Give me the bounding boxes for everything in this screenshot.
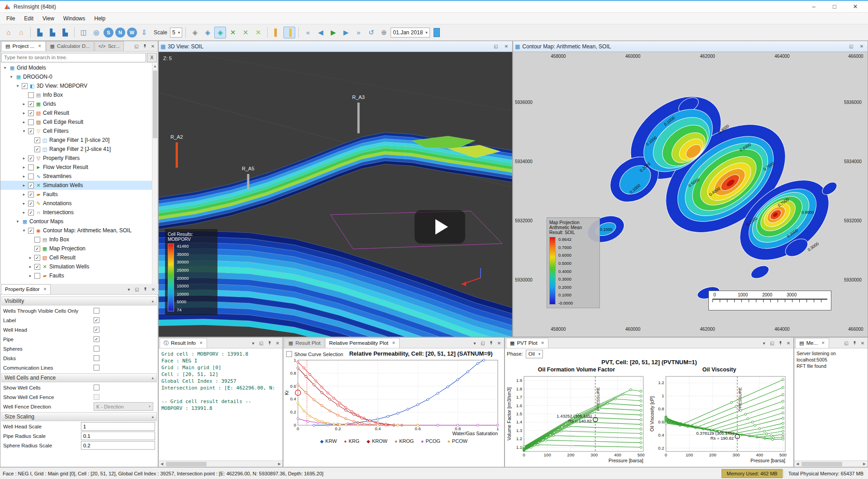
scroll-left-icon[interactable]: ◀ [794,462,801,466]
tree-item-cell-result[interactable]: ▸✓▧Cell Result [0,253,152,262]
close-tab-icon[interactable]: ✕ [821,341,825,345]
search-input[interactable] [1,53,146,62]
tree-item-contour-maps[interactable]: ▾▦Contour Maps [0,217,152,226]
expand-icon[interactable]: ▸ [21,210,27,215]
view-west-icon[interactable]: W [127,28,137,38]
show-curve-selection[interactable]: Show Curve Selection [286,351,343,357]
tab-property-editor[interactable]: Property Editor✕ [1,284,51,294]
pin-panel-icon[interactable] [141,42,149,50]
anim-play-icon[interactable]: ▶ [327,27,339,38]
collapse-icon[interactable]: ▴ [151,299,154,303]
tab-me[interactable]: ▤Me...✕ [795,338,829,348]
timestep-select[interactable]: 01.Jan 2018▾ [391,28,430,38]
expand-icon[interactable]: ▸ [21,165,27,169]
checkbox-pipe[interactable]: ✓ [94,336,99,342]
float-panel-icon[interactable]: ◱ [133,286,141,293]
anim-last-icon[interactable]: » [353,27,364,38]
zoom-all-icon[interactable]: ◎ [90,27,102,38]
close-panel-icon[interactable]: ✕ [149,286,157,293]
tree-item-faults[interactable]: ▸▰Faults [0,271,152,280]
close-tab-icon[interactable]: ✕ [38,44,42,48]
checkbox-disks[interactable] [94,355,99,361]
show-curve-checkbox[interactable] [286,351,292,357]
menu-help[interactable]: Help [90,14,110,23]
flow-diagnostics-icon[interactable]: ✕ [227,27,239,38]
scroll-left-icon[interactable]: ◀ [159,462,165,466]
tree-checkbox[interactable] [28,92,34,98]
tree-item-info-box[interactable]: ▤Info Box [0,235,152,244]
tree-checkbox[interactable]: ✓ [28,128,34,134]
panel-menu-icon[interactable]: ▾ [760,339,768,347]
scroll-thumb[interactable] [153,70,157,138]
expand-icon[interactable]: ▸ [21,111,27,115]
snapshot-settings-icon[interactable]: ⊕ [378,27,390,38]
contour-header[interactable]: ▦ Contour Map: Arithmetic Mean, SOIL ◱ ✕ [513,41,868,52]
tree-item-property-filters[interactable]: ▸✓▽Property Filters [0,154,152,163]
legend-krg[interactable]: ●KRG [344,438,359,444]
expand-icon[interactable]: ▾ [21,228,27,233]
tree-item-cell-edge-result[interactable]: ▸▨Cell Edge Result [0,117,152,127]
tree-item-drogon-0[interactable]: ▾▦DROGON-0 [0,72,152,81]
legend-pcow[interactable]: ●PCOW [448,438,467,444]
tree-checkbox[interactable]: ✓ [22,83,28,89]
tree-item-3d-view-mobporv[interactable]: ▾✓◧3D View: MOBPORV [0,81,152,90]
checkbox-wells-through-visible-cells-only[interactable] [94,308,99,314]
input-well-head-scale[interactable] [81,422,155,431]
legend-pcog[interactable]: ●PCOG [421,438,440,444]
tree-checkbox[interactable]: ✓ [28,110,34,116]
tree-checkbox[interactable]: ✓ [34,146,40,152]
collapse-icon[interactable]: ▴ [151,414,154,419]
close-panel-icon[interactable]: ✕ [784,339,793,347]
draw-style-surface-icon[interactable]: ▐ [283,27,295,38]
tree-checkbox[interactable]: ✓ [34,264,40,270]
tree-checkbox[interactable] [28,174,34,179]
tree-checkbox[interactable]: ✓ [28,210,34,216]
anim-first-icon[interactable]: « [302,27,314,38]
tree-scrollbar[interactable]: ▲ [152,63,158,284]
tree-checkbox[interactable]: ✓ [34,255,40,261]
close-panel-icon[interactable]: ✕ [858,43,866,50]
expand-icon[interactable]: ▸ [21,201,27,206]
tree-checkbox[interactable]: ✓ [34,137,40,143]
menu-windows[interactable]: Windows [59,14,90,23]
tree-checkbox[interactable]: ✓ [28,201,34,207]
menu-view[interactable]: View [38,14,59,23]
expand-icon[interactable]: ▾ [21,129,27,133]
contour-map-view[interactable]: 4580004580004600004600004620004620004640… [513,52,868,337]
pin-panel-icon[interactable] [487,339,495,347]
close-tab-icon[interactable]: ✕ [43,287,47,291]
pin-panel-icon[interactable] [850,339,859,347]
close-panel-icon[interactable]: ✕ [859,339,867,347]
draw-style-lines-icon[interactable]: ▌ [271,27,283,38]
tree-checkbox[interactable] [34,273,40,279]
tree-item-range-filter-2-j-slice-41[interactable]: ✓◫Range Filter 2 [J-slice 41] [0,145,152,154]
tree-item-simulation-wells[interactable]: ▸✓✕Simulation Wells [0,181,152,190]
scale-select[interactable]: 5▾ [170,28,182,38]
float-panel-icon[interactable]: ◱ [842,339,850,347]
expand-icon[interactable]: ▸ [28,255,33,260]
tree-item-grids[interactable]: ▸✓▦Grids [0,99,152,108]
checkbox-spheres[interactable] [94,346,99,352]
search-clear-button[interactable]: X [147,53,157,62]
menu-edit[interactable]: Edit [19,14,38,23]
menu-file[interactable]: File [2,14,19,23]
float-panel-icon[interactable]: ◱ [132,42,141,50]
panel-menu-icon[interactable]: ▾ [471,339,479,347]
well-log-plot-icon[interactable]: ▙ [59,27,71,38]
collapse-icon[interactable]: ▴ [151,376,154,380]
side-cube-icon[interactable]: ◈ [202,27,213,38]
tab-relative-permeability-plot[interactable]: Relative Permeability Plot✕ [325,338,400,348]
restore-panel-icon[interactable]: ◱ [847,43,855,50]
expand-icon[interactable]: ▾ [15,84,20,88]
expand-icon[interactable]: ▸ [21,156,27,160]
tree-checkbox[interactable] [28,119,34,125]
input-sphere-radius-scale[interactable] [81,441,155,450]
legend-krw[interactable]: ◆KRW [320,438,337,444]
injector-flooding-icon[interactable]: ✕ [240,27,251,38]
view3d-viewport[interactable]: R_A2R_A3R_A5 Z: 5 Cell Results: MOBPORV … [159,52,512,337]
minimize-icon[interactable]: – [805,1,823,12]
panel-menu-icon[interactable]: ▾ [125,286,133,293]
legend-krow[interactable]: ◆KROW [367,438,387,444]
expand-icon[interactable]: ▾ [2,66,8,70]
restore-panel-icon[interactable]: ◱ [492,43,500,50]
